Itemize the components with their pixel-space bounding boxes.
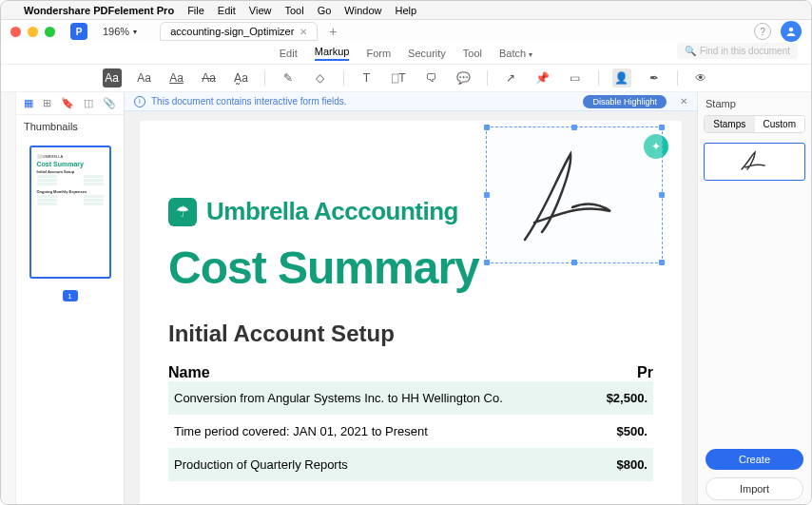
minimize-window-button[interactable] (28, 27, 38, 37)
mode-form[interactable]: Form (366, 48, 391, 59)
document-tab[interactable]: accounting-sign_Optimizer ✕ (160, 22, 318, 41)
attachment-icon[interactable]: 📎 (103, 97, 116, 109)
info-icon: i (134, 96, 145, 107)
mode-tabs: Edit Markup Form Security Tool Batch ▾ 🔍… (1, 43, 811, 64)
strikethrough-tool-icon[interactable]: Aa (200, 68, 219, 87)
close-tab-icon[interactable]: ✕ (300, 27, 307, 37)
stamp-tabs: Stamps Custom (704, 115, 805, 133)
mode-markup[interactable]: Markup (315, 46, 350, 61)
pencil-tool-icon[interactable]: ✎ (279, 68, 298, 87)
resize-handle[interactable] (484, 192, 490, 198)
tab-title: accounting-sign_Optimizer (170, 26, 294, 37)
resize-handle[interactable] (659, 260, 665, 265)
page-number-badge: 1 (63, 290, 78, 301)
table-header: Name Pr (168, 364, 653, 381)
disable-highlight-button[interactable]: Disable Highlight (583, 95, 667, 108)
document-canvas: i This document contains interactive for… (125, 92, 697, 504)
resize-handle[interactable] (571, 125, 577, 130)
traffic-lights (10, 27, 55, 37)
thumbnails-label: Thumbnails (16, 115, 124, 138)
rectangle-tool-icon[interactable]: ▭ (566, 68, 585, 87)
import-stamp-button[interactable]: Import (706, 477, 803, 500)
mode-batch[interactable]: Batch ▾ (499, 48, 532, 59)
menu-help[interactable]: Help (395, 5, 416, 16)
brand-name: Umbrella Acccounting (206, 197, 458, 226)
menu-window[interactable]: Window (344, 5, 381, 16)
new-tab-button[interactable]: + (323, 22, 342, 41)
highlight-tool-icon[interactable]: Aa (103, 68, 122, 87)
mode-edit[interactable]: Edit (280, 48, 298, 59)
tab-custom[interactable]: Custom (755, 116, 805, 132)
col-name: Name (168, 364, 210, 381)
note-tool-icon[interactable]: 🗨 (422, 68, 441, 87)
textbox-tool-icon[interactable]: T (358, 68, 377, 87)
text-tool-icon[interactable]: Aa (135, 68, 154, 87)
menu-tool[interactable]: Tool (284, 5, 303, 16)
macos-menubar: Wondershare PDFelement Pro File Edit Vie… (1, 1, 811, 20)
grid-icon[interactable]: ⊞ (43, 97, 51, 109)
panel-icons: ▦ ⊞ 🔖 ◫ 📎 (16, 92, 124, 115)
app-name[interactable]: Wondershare PDFelement Pro (24, 5, 174, 16)
notice-text: This document contains interactive form … (151, 96, 347, 107)
search-placeholder: Find in this document (700, 46, 790, 56)
user-avatar[interactable] (781, 21, 802, 42)
search-input[interactable]: 🔍 Find in this document (677, 43, 798, 59)
close-window-button[interactable] (10, 27, 21, 37)
zoom-level[interactable]: 196%▾ (103, 26, 137, 37)
menu-file[interactable]: File (187, 5, 204, 16)
maximize-window-button[interactable] (45, 27, 55, 37)
window-chrome: P 196%▾ accounting-sign_Optimizer ✕ + ? (1, 20, 811, 43)
section-heading: Initial Account Setup (168, 320, 653, 347)
table-row: Time period covered: JAN 01, 2021 to Pre… (168, 415, 653, 448)
thumbnail-panel: ▦ ⊞ 🔖 ◫ 📎 Thumbnails ⬜ UMBRELLA Cost Sum… (16, 92, 125, 504)
resize-handle[interactable] (659, 192, 665, 198)
menu-go[interactable]: Go (318, 5, 332, 16)
document-tabs: accounting-sign_Optimizer ✕ + (160, 22, 342, 41)
table-row: Production of Quarterly Reports $800. (168, 448, 653, 481)
signature-tool-icon[interactable]: ✒ (645, 68, 664, 87)
notice-close-icon[interactable]: ✕ (680, 96, 687, 107)
stamp-panel: Stamp Stamps Custom Create Import (697, 92, 811, 504)
comment-tool-icon[interactable]: 💬 (454, 68, 474, 87)
markup-toolbar: Aa Aa Aa Aa A̰a ✎ ◇ T ⎕T 🗨 💬 ↗ 📌 ▭ 👤 ✒ 👁 (1, 64, 811, 92)
resize-handle[interactable] (571, 260, 577, 265)
page-thumbnail[interactable]: ⬜ UMBRELLA Cost Summary Initial Account … (29, 146, 111, 279)
hide-tool-icon[interactable]: 👁 (691, 68, 710, 87)
eraser-tool-icon[interactable]: ◇ (311, 68, 330, 87)
app-logo-icon: P (70, 23, 87, 40)
bookmark-icon[interactable]: 🔖 (61, 97, 74, 109)
mode-security[interactable]: Security (408, 48, 446, 59)
create-stamp-button[interactable]: Create (706, 449, 803, 470)
svg-point-0 (789, 28, 793, 31)
squiggly-tool-icon[interactable]: A̰a (232, 68, 251, 87)
signature-stamp[interactable] (486, 126, 663, 263)
help-icon[interactable]: ? (754, 23, 771, 40)
menu-view[interactable]: View (249, 5, 272, 16)
resize-handle[interactable] (484, 260, 490, 265)
signature-glyph (487, 127, 664, 264)
resize-handle[interactable] (484, 125, 490, 130)
pdf-page[interactable]: ✦ ☂ Umbrella Acccounting Cost Summary In… (140, 121, 682, 504)
resize-handle[interactable] (659, 125, 665, 130)
stamp-panel-label: Stamp (698, 92, 811, 115)
thumbnails-icon[interactable]: ▦ (24, 97, 33, 109)
form-fields-notice: i This document contains interactive for… (125, 92, 697, 111)
underline-tool-icon[interactable]: Aa (167, 68, 186, 87)
stamp-preview[interactable] (704, 143, 805, 181)
tab-stamps[interactable]: Stamps (705, 116, 755, 132)
left-rail (1, 92, 16, 504)
mode-tool[interactable]: Tool (463, 48, 482, 59)
col-price: Pr (637, 364, 653, 381)
stamp-tool-icon[interactable]: 👤 (612, 68, 631, 87)
callout-tool-icon[interactable]: ⎕T (390, 68, 409, 87)
layers-icon[interactable]: ◫ (84, 97, 93, 109)
table-row: Conversion from Angular Systems Inc. to … (168, 381, 653, 415)
umbrella-icon: ☂ (168, 198, 197, 226)
arrow-tool-icon[interactable]: ↗ (501, 68, 520, 87)
menu-edit[interactable]: Edit (218, 5, 236, 16)
search-icon: 🔍 (685, 46, 696, 56)
pin-tool-icon[interactable]: 📌 (533, 68, 552, 87)
